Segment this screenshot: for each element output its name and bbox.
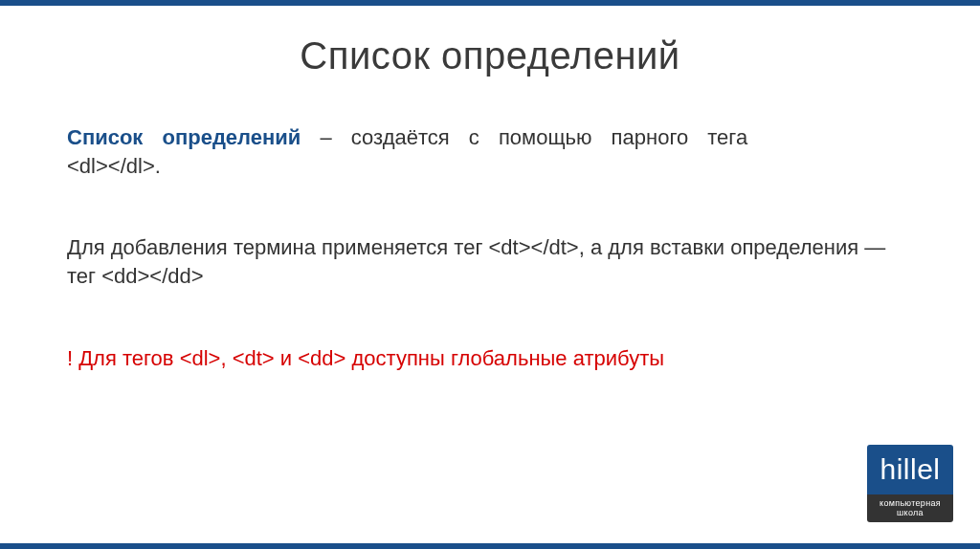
paragraph-1: Список определений – создаётся с помощью…: [67, 123, 913, 180]
term-highlight: Список определений: [67, 125, 301, 149]
para1-rest1: – создаётся с помощью парного тега: [301, 125, 747, 149]
para1-line2: <dl></dl>.: [67, 154, 161, 178]
logo-tagline-1: компьютерная: [880, 498, 941, 508]
logo: hillel компьютерная школа: [867, 445, 953, 522]
logo-text: hillel: [880, 453, 940, 485]
logo-tagline: компьютерная школа: [867, 494, 953, 522]
logo-tagline-2: школа: [897, 508, 924, 517]
paragraph-2: Для добавления термина применяется тег <…: [67, 233, 913, 290]
slide-title: Список определений: [67, 34, 913, 77]
paragraph-3: ! Для тегов <dl>, <dt> и <dd> доступны г…: [67, 344, 913, 373]
logo-name: hillel: [867, 445, 953, 494]
slide: Список определений Список определений – …: [0, 0, 980, 549]
